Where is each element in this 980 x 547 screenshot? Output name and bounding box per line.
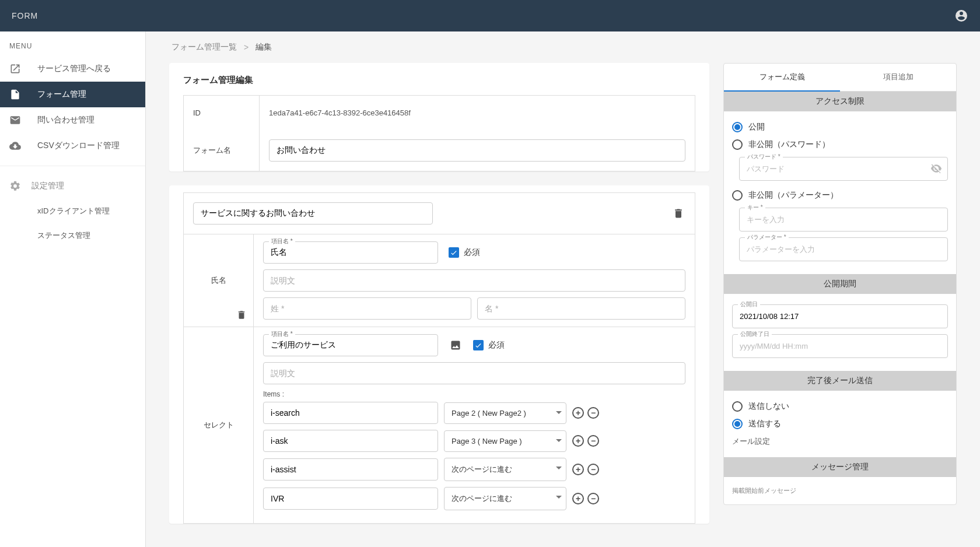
option-text-input[interactable]: [263, 458, 438, 481]
sidebar-item-csv[interactable]: CSVダウンロード管理: [0, 133, 145, 159]
required-label: 必須: [464, 247, 480, 258]
option-text-input[interactable]: [263, 402, 438, 424]
required-checkbox[interactable]: 必須: [473, 340, 505, 350]
field-type-cell: セレクト: [184, 327, 254, 523]
period-section-header: 公開期間: [724, 274, 956, 294]
sidebar-settings-label: 設定管理: [32, 181, 64, 191]
add-option-button[interactable]: +: [572, 435, 584, 447]
items-label: Items :: [263, 390, 685, 398]
checkbox-icon: [449, 247, 459, 258]
option-row: 次のページに進む + −: [263, 458, 685, 481]
option-page-select[interactable]: 次のページに進む: [444, 487, 566, 510]
radio-private-parameter[interactable]: 非公開（パラメーター）: [732, 187, 948, 204]
breadcrumb-parent[interactable]: フォーム管理一覧: [172, 42, 237, 52]
radio-icon: [732, 419, 743, 429]
option-row: 次のページに進む + −: [263, 487, 685, 510]
field-row-name: 氏名 項目名 *: [184, 234, 695, 327]
breadcrumb: フォーム管理一覧 > 編集: [169, 42, 957, 52]
field-row-select: セレクト 項目名 *: [184, 327, 695, 523]
tab-form-definition[interactable]: フォーム定義: [724, 64, 840, 92]
tab-add-item[interactable]: 項目追加: [840, 64, 956, 92]
sidebar-item-form-mgmt[interactable]: フォーム管理: [0, 82, 145, 107]
radio-icon: [732, 139, 743, 150]
sei-input[interactable]: [263, 297, 471, 320]
radio-label: 送信しない: [748, 401, 789, 412]
radio-label: 送信する: [748, 419, 781, 429]
main-content: フォーム管理一覧 > 編集 フォーム管理編集 ID 1eda7a41-e6c7-…: [146, 31, 980, 547]
access-section-header: アクセス制限: [724, 92, 956, 111]
remove-option-button[interactable]: −: [587, 435, 599, 447]
radio-icon: [732, 401, 743, 412]
publish-end-label: 公開終了日: [738, 330, 772, 338]
message-section-header: メッセージ管理: [724, 457, 956, 477]
image-button[interactable]: [449, 338, 463, 352]
option-row: Page 3 ( New Page ) + −: [263, 430, 685, 452]
pre-message-label: 掲載開始前メッセージ: [732, 484, 948, 497]
sidebar-item-xid[interactable]: xIDクライアント管理: [0, 199, 145, 223]
breadcrumb-current: 編集: [256, 42, 272, 52]
id-value: 1eda7a41-e6c7-4c13-8392-6ce3e416458f: [260, 96, 695, 130]
remove-option-button[interactable]: −: [587, 493, 599, 504]
page-header-row: [184, 193, 695, 234]
checkbox-icon: [473, 340, 484, 350]
add-option-button[interactable]: +: [572, 464, 584, 475]
remove-option-button[interactable]: −: [587, 464, 599, 475]
sidebar: MENU サービス管理へ戻る フォーム管理 問い合わせ管理 CSVダウンロード管…: [0, 31, 146, 547]
visibility-off-icon[interactable]: [930, 163, 942, 176]
sidebar-item-label: ステータス管理: [37, 230, 90, 241]
form-builder-card: 氏名 項目名 *: [169, 185, 709, 524]
field-type-label: セレクト: [204, 420, 234, 430]
header-actions: [954, 9, 968, 23]
option-page-select[interactable]: 次のページに進む: [444, 458, 566, 481]
remove-option-button[interactable]: −: [587, 407, 599, 419]
sidebar-settings-heading: 設定管理: [0, 173, 145, 199]
option-page-select[interactable]: Page 2 ( New Page2 ): [444, 402, 566, 424]
mail-section-header: 完了後メール送信: [724, 371, 956, 391]
mail-settings-link[interactable]: メール設定: [732, 433, 948, 450]
delete-page-button[interactable]: [671, 206, 685, 220]
trash-icon: [673, 208, 684, 219]
field-type-cell: 氏名: [184, 234, 254, 327]
sidebar-item-inquiry[interactable]: 問い合わせ管理: [0, 107, 145, 133]
option-text-input[interactable]: [263, 488, 438, 510]
parameter-label: パラメーター *: [745, 233, 789, 241]
key-label: キー *: [745, 204, 765, 212]
option-text-input[interactable]: [263, 430, 438, 452]
app-header: FORM: [0, 0, 980, 31]
sidebar-item-back-service[interactable]: サービス管理へ戻る: [0, 56, 145, 82]
field-name-label: 項目名 *: [269, 330, 295, 338]
sidebar-divider: [0, 166, 145, 166]
settings-panel: フォーム定義 項目追加 アクセス制限 公開 非公開（パスワード）: [723, 63, 957, 505]
delete-field-button[interactable]: [235, 308, 249, 322]
option-row: Page 2 ( New Page2 ) + −: [263, 402, 685, 424]
radio-private-password[interactable]: 非公開（パスワード）: [732, 136, 948, 153]
sidebar-item-label: xIDクライアント管理: [37, 206, 110, 216]
sidebar-item-label: フォーム管理: [37, 89, 86, 100]
chevron-right-icon: >: [244, 43, 249, 52]
page-title: フォーム管理編集: [169, 63, 709, 95]
add-option-button[interactable]: +: [572, 493, 584, 504]
mei-input[interactable]: [477, 297, 685, 320]
account-icon[interactable]: [954, 9, 968, 23]
sidebar-item-status[interactable]: ステータス管理: [0, 223, 145, 248]
field-desc-input[interactable]: [263, 269, 685, 292]
radio-dont-send[interactable]: 送信しない: [732, 398, 948, 415]
radio-label: 公開: [748, 122, 765, 132]
trash-icon: [236, 310, 247, 320]
publish-date-input[interactable]: [732, 304, 948, 328]
form-name-label: フォーム名: [184, 130, 260, 171]
key-input[interactable]: [739, 208, 948, 232]
add-option-button[interactable]: +: [572, 407, 584, 419]
field-desc-input[interactable]: [263, 362, 685, 384]
option-page-select[interactable]: Page 3 ( New Page ): [444, 430, 566, 452]
radio-public[interactable]: 公開: [732, 118, 948, 136]
form-info-card: フォーム管理編集 ID 1eda7a41-e6c7-4c13-8392-6ce3…: [169, 63, 709, 171]
page-name-input[interactable]: [193, 202, 433, 225]
radio-send[interactable]: 送信する: [732, 415, 948, 433]
required-checkbox[interactable]: 必須: [449, 247, 480, 258]
password-label: パスワード *: [745, 153, 783, 161]
open-in-new-icon: [9, 63, 21, 75]
form-name-input[interactable]: [269, 139, 685, 162]
radio-icon: [732, 122, 743, 132]
sidebar-item-label: 問い合わせ管理: [37, 115, 94, 125]
